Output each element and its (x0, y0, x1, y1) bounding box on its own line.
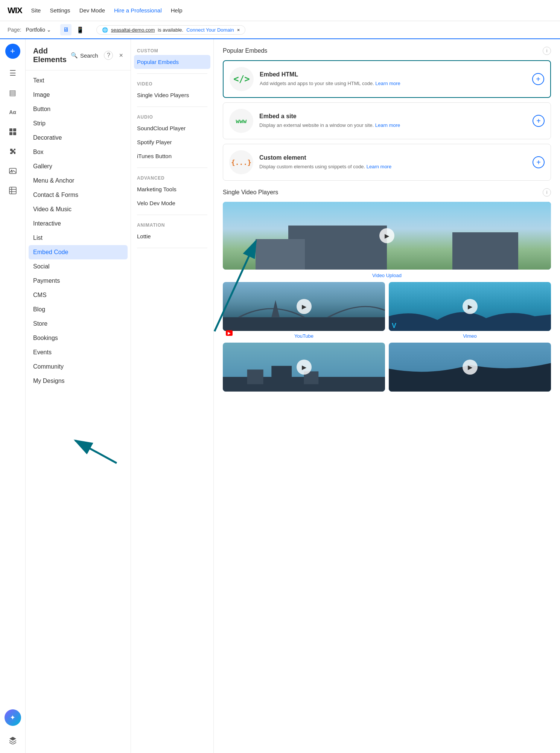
connect-domain-link[interactable]: Connect Your Domain (186, 27, 234, 33)
menu-icon-btn[interactable]: ☰ (5, 65, 21, 81)
table-icon-btn[interactable] (5, 182, 21, 199)
svg-rect-4 (9, 168, 16, 174)
middle-section-label-advanced: ADVANCED (131, 172, 213, 182)
custom-element-add-button[interactable]: + (533, 156, 545, 168)
left-nav-item-social[interactable]: Social (26, 259, 131, 274)
extra2-play-button[interactable]: ▶ (463, 360, 478, 375)
embed-html-icon: </> (230, 67, 254, 91)
embed-site-add-button[interactable]: + (533, 115, 545, 127)
layers-icon-btn[interactable] (5, 732, 21, 748)
left-nav-item-decorative[interactable]: Decorative (26, 131, 131, 145)
left-nav-item-cms[interactable]: CMS (26, 288, 131, 302)
divider (137, 73, 207, 74)
divider (137, 248, 207, 248)
left-nav-item-text[interactable]: Text (26, 73, 131, 88)
middle-item-soundcloud-player[interactable]: SoundCloud Player (131, 121, 213, 135)
play-button[interactable]: ▶ (379, 228, 394, 243)
left-nav-item-bookings[interactable]: Bookings (26, 331, 131, 345)
middle-item-velo-dev-mode[interactable]: Velo Dev Mode (131, 196, 213, 210)
embed-html-text: Embed HTML Add widgets and apps to your … (260, 71, 526, 87)
vimeo-video-item[interactable]: V ▶ Vimeo (389, 282, 551, 339)
extra1-play-button[interactable]: ▶ (297, 360, 312, 375)
domain-text: seasaltai-demo.com (111, 27, 155, 33)
nav-hire-professional[interactable]: Hire a Professional (114, 7, 162, 14)
left-nav-item-community[interactable]: Community (26, 360, 131, 374)
left-nav-item-video---music[interactable]: Video & Music (26, 202, 131, 216)
custom-element-title: Custom element (259, 154, 527, 161)
mobile-icon[interactable]: 📱 (75, 24, 86, 35)
search-button[interactable]: 🔍 Search (71, 52, 98, 59)
close-domain-icon[interactable]: × (237, 27, 240, 33)
svg-rect-10 (223, 317, 385, 331)
youtube-play-button[interactable]: ▶ (297, 299, 312, 314)
popular-embeds-info-icon[interactable]: i (543, 47, 551, 55)
left-nav-item-contact---forms[interactable]: Contact & Forms (26, 188, 131, 202)
nav-site[interactable]: Site (31, 7, 41, 14)
embed-html-learn-more[interactable]: Learn more (375, 81, 400, 86)
middle-item-single-video-players[interactable]: Single Video Players (131, 88, 213, 102)
ai-assistant-button[interactable]: ✦ (5, 709, 21, 726)
puzzle-icon-btn[interactable] (5, 143, 21, 160)
extra-video-2-item[interactable]: ▶ (389, 343, 551, 392)
left-nav-item-button[interactable]: Button (26, 102, 131, 116)
left-nav-item-blog[interactable]: Blog (26, 302, 131, 317)
left-nav-item-strip[interactable]: Strip (26, 116, 131, 131)
svg-point-5 (11, 170, 12, 171)
embed-site-desc: Display an external website in a window … (259, 122, 527, 129)
close-button[interactable]: × (119, 52, 123, 59)
middle-item-lottie[interactable]: Lottie (131, 229, 213, 243)
middle-item-spotify-player[interactable]: Spotify Player (131, 135, 213, 149)
embed-html-add-button[interactable]: + (532, 73, 544, 85)
search-label: Search (80, 52, 98, 59)
embed-site-learn-more[interactable]: Learn more (375, 122, 400, 128)
left-nav-item-events[interactable]: Events (26, 345, 131, 360)
add-button[interactable]: + (5, 44, 20, 59)
middle-item-popular-embeds[interactable]: Popular Embeds (134, 55, 210, 69)
apps-grid-icon-btn[interactable] (5, 123, 21, 140)
svg-rect-2 (9, 132, 12, 135)
embed-html-card[interactable]: </> Embed HTML Add widgets and apps to y… (223, 60, 551, 98)
middle-panel: CUSTOMPopular EmbedsVIDEOSingle Video Pl… (131, 39, 214, 753)
panel-title: Add Elements (33, 47, 71, 64)
left-nav-item-embed-code[interactable]: Embed Code (29, 245, 128, 259)
video-section-title: Single Video Players (223, 189, 278, 196)
help-button[interactable]: ? (104, 51, 113, 60)
video-upload-item[interactable]: ▶ Video Upload (223, 202, 551, 278)
left-nav-item-payments[interactable]: Payments (26, 274, 131, 288)
nav-devmode[interactable]: Dev Mode (79, 7, 105, 14)
nav-settings[interactable]: Settings (50, 7, 70, 14)
panel-header: Add Elements 🔍 Search ? × (26, 39, 131, 70)
youtube-label: YouTube (223, 333, 385, 339)
video-grid: ▶ ▶ YouTube V ▶ Vimeo (223, 282, 551, 392)
divider (137, 168, 207, 168)
photo-icon-btn[interactable] (5, 163, 21, 179)
embed-site-card[interactable]: www Embed a site Display an external web… (223, 102, 551, 139)
youtube-video-item[interactable]: ▶ ▶ YouTube (223, 282, 385, 339)
left-nav-item-store[interactable]: Store (26, 317, 131, 331)
custom-element-card[interactable]: {...} Custom element Display custom elem… (223, 144, 551, 181)
video-section-info-icon[interactable]: i (543, 188, 551, 197)
youtube-badge: ▶ (226, 330, 233, 336)
middle-item-itunes-button[interactable]: iTunes Button (131, 149, 213, 163)
desktop-icon[interactable]: 🖥 (60, 24, 72, 35)
custom-element-learn-more[interactable]: Learn more (367, 164, 391, 169)
left-nav-item-my-designs[interactable]: My Designs (26, 374, 131, 388)
nav-help[interactable]: Help (171, 7, 183, 14)
left-nav-item-gallery[interactable]: Gallery (26, 159, 131, 174)
divider (137, 107, 207, 107)
middle-item-marketing-tools[interactable]: Marketing Tools (131, 182, 213, 196)
vimeo-badge: V (392, 322, 396, 330)
vimeo-play-button[interactable]: ▶ (463, 299, 478, 314)
document-icon-btn[interactable]: ▤ (5, 84, 21, 101)
text-style-icon-btn[interactable]: Aα (5, 104, 21, 120)
video-upload-thumb: ▶ (223, 202, 551, 270)
left-nav-item-menu---anchor[interactable]: Menu & Anchor (26, 174, 131, 188)
page-label: Page: (8, 27, 21, 33)
popular-embeds-title: Popular Embeds (223, 47, 267, 54)
left-nav-item-list[interactable]: List (26, 231, 131, 245)
left-nav-item-image[interactable]: Image (26, 88, 131, 102)
page-selector[interactable]: Portfolio ⌄ (26, 27, 51, 33)
left-nav-item-interactive[interactable]: Interactive (26, 216, 131, 231)
left-nav-item-box[interactable]: Box (26, 145, 131, 159)
extra-video-1-item[interactable]: ▶ (223, 343, 385, 392)
